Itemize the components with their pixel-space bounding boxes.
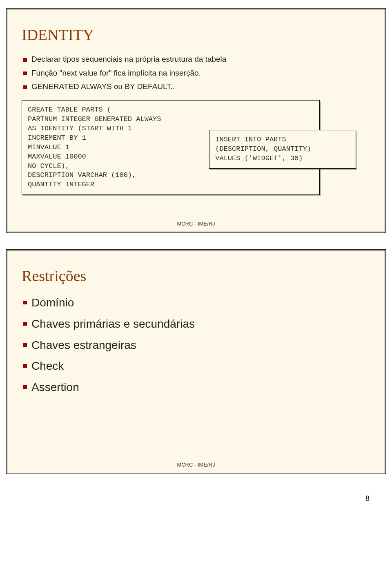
bullet-item: GENERATED ALWAYS ou BY DEFAULT.. <box>22 81 370 92</box>
page-number: 8 <box>6 490 386 503</box>
code-insert: INSERT INTO PARTS (DESCRIPTION, QUANTITY… <box>209 130 356 169</box>
slide-title: Restrições <box>22 267 370 285</box>
bullet-item: Check <box>22 358 370 374</box>
bullet-list: Domínio Chaves primárias e secundárias C… <box>22 295 370 395</box>
code-line: INSERT INTO PARTS <box>215 135 350 145</box>
bullet-item: Domínio <box>22 295 370 311</box>
bullet-item: Assertion <box>22 380 370 395</box>
slide-footer: MCRC - IME/RJ <box>7 221 385 227</box>
code-line: PARTNUM INTEGER GENERATED ALWAYS <box>28 115 314 124</box>
slide-identity: IDENTITY Declarar tipos sequenciais na p… <box>6 8 386 233</box>
code-line: DESCRIPTION VARCHAR (100), <box>28 171 314 180</box>
code-line: (DESCRIPTION, QUANTITY) <box>215 145 350 154</box>
code-line: CREATE TABLE PARTS ( <box>28 105 314 115</box>
slide-footer: MCRC - IME/RJ <box>7 462 385 468</box>
bullet-item: Declarar tipos sequenciais na própria es… <box>22 54 370 65</box>
slide-restricoes: Restrições Domínio Chaves primárias e se… <box>6 249 386 474</box>
bullet-item: Chaves estrangeiras <box>22 337 370 353</box>
code-create-table: CREATE TABLE PARTS ( PARTNUM INTEGER GEN… <box>22 100 320 195</box>
bullet-list: Declarar tipos sequenciais na própria es… <box>22 54 370 92</box>
slide-title: IDENTITY <box>22 26 370 44</box>
bullet-item: Chaves primárias e secundárias <box>22 316 370 332</box>
bullet-item: Função "next value for" fica implícita n… <box>22 68 370 78</box>
code-line: QUANTITY INTEGER <box>28 180 314 190</box>
code-line: VALUES ('WIDGET', 30) <box>215 154 350 163</box>
